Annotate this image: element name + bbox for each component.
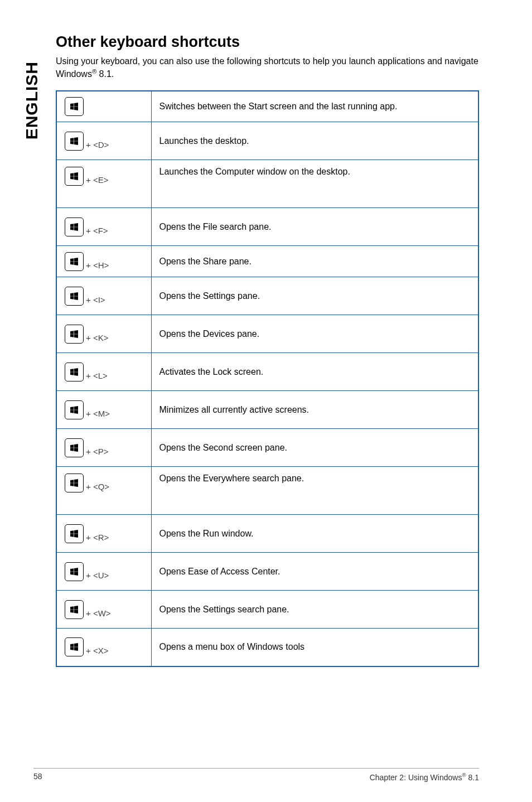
- windows-key-icon: [65, 438, 84, 457]
- shortcut-description: Opens the File search pane.: [151, 208, 478, 246]
- table-row: Switches between the Start screen and th…: [56, 91, 478, 122]
- shortcut-description: Minimizes all currently active screens.: [151, 391, 478, 429]
- shortcut-description: Opens the Run window.: [151, 515, 478, 553]
- language-side-label: ENGLISH: [22, 61, 41, 139]
- svg-marker-20: [70, 293, 74, 296]
- svg-marker-34: [70, 410, 74, 413]
- windows-key-icon: [65, 400, 84, 419]
- svg-marker-38: [70, 448, 74, 451]
- shortcuts-table: Switches between the Start screen and th…: [56, 90, 479, 667]
- svg-marker-57: [74, 643, 78, 647]
- key-combo: + <R>: [65, 524, 109, 543]
- svg-marker-45: [74, 530, 78, 534]
- shortcut-description: Opens Ease of Access Center.: [151, 553, 478, 591]
- table-row: + <Q>Opens the Everywhere search pane.: [56, 467, 478, 515]
- svg-marker-50: [70, 572, 74, 574]
- table-row: + <P>Opens the Second screen pane.: [56, 429, 478, 467]
- svg-marker-31: [74, 372, 78, 376]
- svg-marker-18: [70, 262, 74, 264]
- svg-marker-56: [70, 644, 74, 646]
- table-row: + <L>Activates the Lock screen.: [56, 353, 478, 391]
- svg-marker-11: [74, 176, 78, 180]
- svg-marker-26: [70, 334, 74, 337]
- shortcut-description: Opens a menu box of Windows tools: [151, 629, 478, 666]
- shortcut-description: Opens the Settings search pane.: [151, 591, 478, 629]
- shortcut-key-cell: + <I>: [56, 277, 151, 315]
- chapter-label: Chapter 2: Using Windows® 8.1: [370, 772, 479, 782]
- svg-marker-10: [70, 176, 74, 179]
- windows-key-icon: [65, 287, 84, 306]
- svg-marker-39: [74, 448, 78, 452]
- svg-marker-22: [70, 296, 74, 299]
- svg-marker-48: [70, 568, 74, 571]
- svg-marker-52: [70, 606, 74, 609]
- key-combo: + <L>: [65, 363, 108, 381]
- shortcut-key-cell: + <K>: [56, 315, 151, 353]
- key-suffix: + <F>: [86, 226, 108, 235]
- table-row: + <M>Minimizes all currently active scre…: [56, 391, 478, 429]
- svg-marker-51: [74, 572, 78, 576]
- svg-marker-33: [74, 406, 78, 410]
- key-combo: + <E>: [65, 167, 108, 186]
- key-suffix: + <E>: [86, 175, 108, 185]
- key-combo: + <Q>: [65, 474, 109, 492]
- svg-marker-59: [74, 648, 78, 651]
- intro-part-a: Using your keyboard, you can also use th…: [56, 56, 478, 79]
- key-combo: + <D>: [65, 132, 109, 151]
- svg-marker-55: [74, 610, 78, 613]
- shortcut-key-cell: + <M>: [56, 391, 151, 429]
- intro-paragraph: Using your keyboard, you can also use th…: [56, 55, 479, 80]
- table-row: + <F>Opens the File search pane.: [56, 208, 478, 246]
- shortcut-key-cell: + <L>: [56, 353, 151, 391]
- svg-marker-6: [70, 141, 74, 144]
- key-combo: + <X>: [65, 637, 108, 656]
- shortcut-description: Opens the Devices pane.: [151, 315, 478, 353]
- svg-marker-58: [70, 648, 74, 650]
- svg-marker-1: [74, 103, 78, 107]
- shortcut-description: Launches the Computer window on the desk…: [151, 160, 478, 208]
- svg-marker-27: [74, 334, 78, 338]
- key-combo: + <M>: [65, 400, 110, 419]
- svg-marker-36: [70, 445, 74, 447]
- windows-key-icon: [65, 600, 84, 619]
- key-combo: + <I>: [65, 287, 105, 306]
- shortcut-key-cell: + <W>: [56, 591, 151, 629]
- svg-marker-8: [70, 173, 74, 176]
- svg-marker-15: [74, 227, 78, 231]
- windows-key-icon: [65, 474, 84, 492]
- svg-marker-30: [70, 372, 74, 375]
- table-row: + <I>Opens the Settings pane.: [56, 277, 478, 315]
- windows-key-icon: [65, 252, 84, 271]
- svg-marker-29: [74, 368, 78, 372]
- key-suffix: + <U>: [86, 571, 109, 580]
- shortcut-description: Launches the desktop.: [151, 122, 478, 160]
- svg-marker-7: [74, 141, 78, 145]
- svg-marker-44: [70, 530, 74, 533]
- windows-key-icon: [65, 363, 84, 381]
- svg-marker-43: [74, 483, 78, 487]
- shortcut-key-cell: + <U>: [56, 553, 151, 591]
- key-suffix: + <H>: [86, 260, 109, 270]
- shortcut-key-cell: + <P>: [56, 429, 151, 467]
- chapter-part-a: Chapter 2: Using Windows: [370, 773, 462, 782]
- svg-marker-14: [70, 227, 74, 230]
- svg-marker-54: [70, 610, 74, 612]
- svg-marker-53: [74, 606, 78, 610]
- shortcut-description: Opens the Second screen pane.: [151, 429, 478, 467]
- svg-marker-0: [70, 103, 74, 106]
- key-suffix: + <P>: [86, 447, 108, 456]
- windows-key-icon: [65, 167, 84, 186]
- windows-key-icon: [65, 524, 84, 543]
- svg-marker-35: [74, 410, 78, 414]
- shortcut-key-cell: + <Q>: [56, 467, 151, 515]
- key-combo: + <F>: [65, 218, 108, 236]
- svg-marker-5: [74, 137, 78, 141]
- windows-key-icon: [65, 637, 84, 656]
- page-footer: 58 Chapter 2: Using Windows® 8.1: [33, 768, 479, 782]
- key-suffix: + <M>: [86, 409, 110, 418]
- windows-key-icon: [65, 562, 84, 581]
- key-combo: + <W>: [65, 600, 111, 619]
- shortcut-key-cell: + <X>: [56, 629, 151, 666]
- svg-marker-47: [74, 534, 78, 538]
- shortcut-key-cell: [56, 91, 151, 122]
